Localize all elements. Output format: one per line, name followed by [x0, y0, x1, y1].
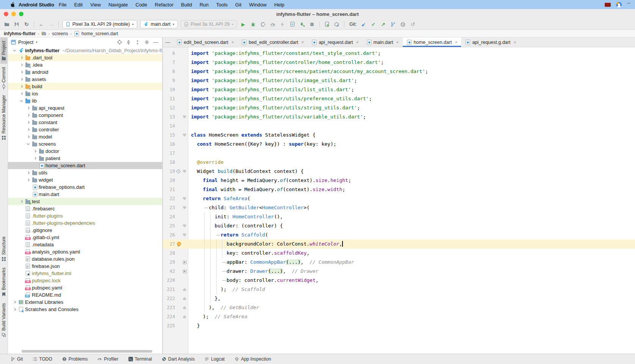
tab-api_request.g.dart[interactable]: api_request.g.dart× [461, 37, 520, 47]
tree-expander[interactable] [25, 114, 31, 116]
close-icon[interactable]: × [513, 40, 516, 45]
tool-stripe-project[interactable]: Project [0, 37, 7, 64]
flutter-hot-reload-icon[interactable] [288, 20, 297, 29]
rollback-icon[interactable]: ↺ [408, 20, 417, 29]
code-line[interactable]: 222 }, [163, 294, 635, 303]
close-icon[interactable]: × [396, 40, 399, 45]
tree-expander[interactable] [25, 129, 31, 131]
tree-expander[interactable] [12, 50, 17, 51]
code-line[interactable]: 14 [163, 121, 635, 131]
code-line[interactable]: 22 return SafeArea( [163, 194, 635, 203]
code-line[interactable]: 21 final width = MediaQuery.of(context).… [163, 185, 635, 194]
open-folder-icon[interactable] [2, 20, 11, 29]
code-line[interactable]: 12import 'package:infyhms_flutter/utils/… [163, 103, 635, 112]
tree-row[interactable]: api_request [8, 104, 162, 112]
tree-row[interactable]: main.dart [8, 191, 162, 198]
fold-open-icon[interactable] [183, 115, 186, 118]
tool-stripe-resource-manager[interactable]: Resource Manager [0, 92, 7, 143]
device-selector-dropdown[interactable]: Pixel 3a XL API 29 (mobile) ▾ [63, 20, 137, 28]
tree-row[interactable]: widget [8, 176, 162, 184]
menu-item-tools[interactable]: Tools [213, 2, 231, 8]
code-line[interactable]: 13import 'package:infyhms_flutter/utils/… [163, 112, 635, 121]
override-method-icon[interactable]: ↑ [177, 170, 180, 173]
tree-row[interactable]: firebase.json [8, 263, 162, 270]
code-line[interactable]: 10import 'package:infyhms_flutter/utils/… [163, 85, 635, 94]
chevron-down-icon[interactable]: ▾ [36, 40, 37, 44]
profile-icon[interactable] [258, 20, 267, 29]
tool-stripe-commit[interactable]: Commit [0, 64, 7, 91]
sync-icon[interactable]: ↻ [22, 20, 31, 29]
breadcrumb-item[interactable]: screens [52, 31, 68, 36]
stop-icon[interactable] [308, 20, 317, 29]
apple-icon[interactable] [10, 2, 15, 8]
statusbar-app-inspection[interactable]: App Inspection [235, 356, 271, 362]
menu-item-window[interactable]: Window [245, 2, 270, 8]
device-manager-icon[interactable] [322, 20, 332, 29]
code-line[interactable]: 25 builder: (controller) { [163, 221, 635, 230]
run-icon[interactable]: ▶ [239, 20, 248, 29]
locate-file-icon[interactable] [116, 40, 123, 45]
tree-expander[interactable] [12, 301, 17, 303]
fold-open-icon[interactable] [183, 206, 186, 209]
tree-row[interactable]: ios [8, 90, 162, 97]
tree-row[interactable]: database.rules.json [8, 255, 162, 263]
keyboard-status-icon[interactable] [605, 3, 611, 7]
statusbar-todo[interactable]: TODO [33, 356, 52, 362]
fold-open-icon[interactable] [183, 197, 186, 200]
tree-row[interactable]: android [8, 68, 162, 76]
statusbar-terminal[interactable]: Terminal [128, 356, 152, 362]
tree-row[interactable]: utils [8, 169, 162, 176]
git-push-icon[interactable]: ↗ [378, 20, 388, 29]
tree-row[interactable]: .dart_tool [8, 54, 162, 61]
tree-row[interactable]: patient [8, 155, 162, 162]
tree-expander[interactable] [25, 136, 31, 138]
flutter-attach-debugger-icon[interactable] [298, 20, 307, 29]
statusbar-git[interactable]: Git [11, 356, 23, 362]
code-line[interactable]: 26 return Scaffold( [163, 230, 635, 240]
tree-row[interactable]: component [8, 112, 162, 119]
code-line[interactable]: 15class HomeScreen extends StatelessWidg… [163, 131, 635, 140]
tree-expander[interactable] [19, 86, 24, 87]
tree-row[interactable]: constant [8, 119, 162, 126]
tab-bed_edit_controller.dart[interactable]: bed_edit_controller.dart× [238, 37, 308, 47]
menu-item-refactor[interactable]: Refactor [151, 2, 177, 8]
tree-row[interactable]: screens [8, 140, 162, 148]
breadcrumb-item[interactable]: lib [42, 31, 46, 36]
statusbar-logcat[interactable]: Logcat [205, 356, 225, 362]
fold-open-icon[interactable] [183, 224, 186, 227]
tab-home_screen.dart[interactable]: home_screen.dart× [403, 37, 461, 47]
git-update-icon[interactable]: ↙ [359, 20, 368, 29]
user-avatar-icon[interactable] [616, 2, 622, 8]
code-line[interactable]: 17 [163, 149, 635, 158]
tree-row[interactable]: .flutter-plugins [8, 212, 162, 219]
code-line[interactable]: 220 body: controller.currentWidget, [163, 276, 635, 285]
menu-item-build[interactable]: Build [177, 2, 196, 8]
menu-item-code[interactable]: Code [132, 2, 151, 8]
tool-stripe-structure[interactable]: Structure [0, 233, 7, 264]
tree-row[interactable]: controller [8, 126, 162, 133]
menu-item-git[interactable]: Git [231, 2, 246, 8]
code-line[interactable]: 27 backgroundColor: ColorConst.whiteColo… [163, 240, 635, 249]
tree-expander[interactable] [19, 78, 24, 80]
tree-row[interactable]: home_screen.dart [8, 162, 162, 169]
tree-row[interactable]: .gitlab-ci.yml [8, 234, 162, 241]
code-line[interactable]: 8import 'package:infyhms_flutter/screens… [163, 67, 635, 76]
tree-expander[interactable] [25, 107, 31, 109]
tree-expander[interactable] [25, 143, 31, 145]
tree-expander[interactable] [25, 179, 31, 181]
close-icon[interactable]: × [231, 40, 234, 45]
tree-expander[interactable] [12, 308, 17, 310]
fold-end-icon[interactable] [183, 306, 186, 309]
code-line[interactable]: 221 ); // Scaffold [163, 285, 635, 294]
code-line[interactable]: 24 init: HomeController(), [163, 212, 635, 221]
menu-item-run[interactable]: Run [196, 2, 213, 8]
tab-edit_bed_screen.dart[interactable]: edit_bed_screen.dart× [173, 37, 238, 47]
tree-row[interactable]: doctor [8, 148, 162, 155]
code-line[interactable]: 20 final height = MediaQuery.of(context)… [163, 176, 635, 185]
code-line[interactable]: 9import 'package:infyhms_flutter/utils/i… [163, 76, 635, 85]
tree-expander[interactable] [19, 57, 24, 59]
close-icon[interactable]: × [356, 40, 358, 45]
tree-row[interactable]: README.md [8, 291, 162, 299]
fold-end-icon[interactable] [183, 297, 186, 300]
tree-expander[interactable] [19, 100, 24, 101]
